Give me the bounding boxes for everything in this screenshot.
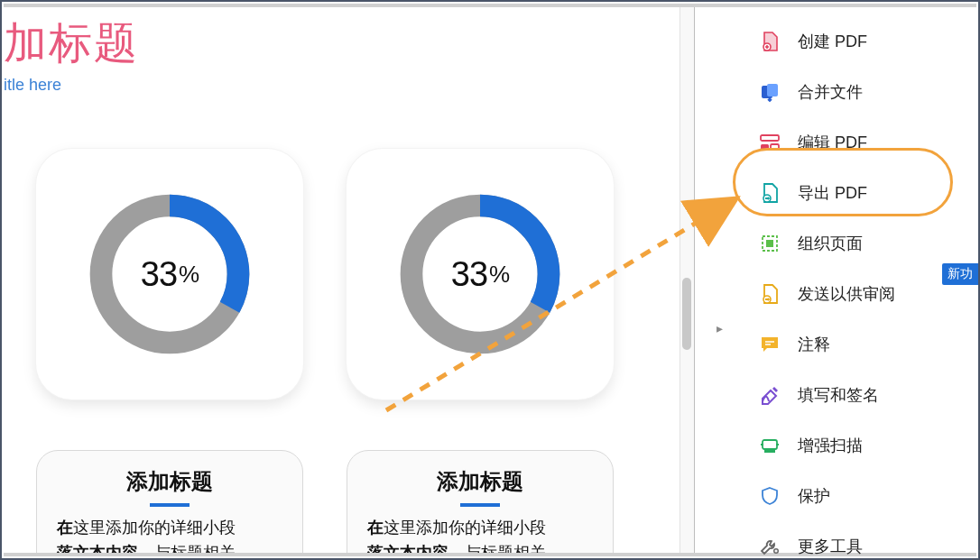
edit-pdf-icon xyxy=(758,131,781,154)
text-card: 添加标题 在这里添加你的详细小段 落文本内容，与标题相关 并符合整体语言风格，保 xyxy=(347,450,614,553)
enhance-scan-icon xyxy=(758,434,781,457)
tool-fill-sign[interactable]: 填写和签名 xyxy=(727,370,976,420)
create-pdf-icon xyxy=(758,30,781,53)
new-feature-badge[interactable]: 新功 xyxy=(942,263,978,285)
chevron-right-icon: ▸ xyxy=(717,321,723,335)
tool-label: 导出 PDF xyxy=(798,182,867,204)
donut-chart: 33% xyxy=(84,188,255,360)
document-viewport[interactable]: 加标题 itle here 33% xyxy=(2,7,695,553)
tool-label: 增强扫描 xyxy=(798,435,863,456)
tool-protect[interactable]: 保护 xyxy=(727,471,976,521)
tool-label: 合并文件 xyxy=(798,81,863,103)
export-pdf-icon xyxy=(758,181,781,205)
tools-panel: 创建 PDF 合并文件 编辑 PDF 导出 PDF 组织页面 xyxy=(727,7,976,553)
tool-send-review[interactable]: 发送以供审阅 xyxy=(727,269,976,319)
tool-enhance-scan[interactable]: 增强扫描 xyxy=(727,420,976,471)
organize-pages-icon xyxy=(758,232,781,255)
tool-label: 组织页面 xyxy=(798,233,863,254)
scrollbar-thumb[interactable] xyxy=(682,278,691,350)
donut-chart: 33% xyxy=(394,188,566,360)
send-review-icon xyxy=(758,282,781,306)
shield-icon xyxy=(758,484,781,508)
donut-unit: % xyxy=(489,261,509,289)
merge-files-icon xyxy=(758,80,781,104)
text-card-title: 添加标题 xyxy=(57,467,282,496)
text-card-body: 在这里添加你的详细小段 落文本内容，与标题相关 并符合整体语言风格，保 xyxy=(57,516,282,553)
comment-icon xyxy=(758,333,781,356)
tool-label: 保护 xyxy=(798,485,830,507)
tool-label: 填写和签名 xyxy=(798,384,879,406)
donut-value: 33 xyxy=(451,255,487,294)
donut-cards-row: 33% 33% xyxy=(2,149,695,399)
tool-label: 更多工具 xyxy=(798,536,863,557)
svg-rect-12 xyxy=(766,240,773,247)
text-cards-row: 添加标题 在这里添加你的详细小段 落文本内容，与标题相关 并符合整体语言风格，保… xyxy=(2,450,695,553)
donut-unit: % xyxy=(179,261,199,289)
svg-rect-6 xyxy=(767,84,778,96)
vertical-scrollbar[interactable] xyxy=(680,7,694,553)
document-page: 加标题 itle here 33% xyxy=(2,7,695,553)
donut-value: 33 xyxy=(141,255,177,294)
fill-sign-icon xyxy=(758,383,781,407)
svg-rect-7 xyxy=(761,135,779,141)
tool-create-pdf[interactable]: 创建 PDF xyxy=(727,16,976,67)
wrench-icon xyxy=(758,535,781,558)
title-underline xyxy=(150,503,190,507)
svg-rect-15 xyxy=(764,449,775,453)
tool-label: 创建 PDF xyxy=(798,31,867,52)
title-underline xyxy=(460,503,500,507)
tool-edit-pdf[interactable]: 编辑 PDF xyxy=(727,117,976,168)
tool-more[interactable]: 更多工具 xyxy=(727,521,976,560)
svg-rect-8 xyxy=(761,144,769,150)
tool-label: 编辑 PDF xyxy=(798,132,867,153)
svg-rect-9 xyxy=(771,144,779,150)
tool-export-pdf[interactable]: 导出 PDF xyxy=(727,168,976,218)
app-window: 加标题 itle here 33% xyxy=(0,0,980,560)
tool-label: 发送以供审阅 xyxy=(798,283,895,305)
text-card: 添加标题 在这里添加你的详细小段 落文本内容，与标题相关 并符合整体语言风格，保 xyxy=(36,450,303,553)
svg-rect-14 xyxy=(763,440,777,449)
panel-collapse-handle[interactable]: ▸ xyxy=(714,317,725,339)
tool-merge-files[interactable]: 合并文件 xyxy=(727,67,976,117)
donut-card: 33% xyxy=(347,149,614,399)
donut-card: 33% xyxy=(36,149,303,399)
text-card-body: 在这里添加你的详细小段 落文本内容，与标题相关 并符合整体语言风格，保 xyxy=(367,516,593,553)
tool-label: 注释 xyxy=(798,334,830,355)
tool-organize-pages[interactable]: 组织页面 xyxy=(727,218,976,269)
text-card-title: 添加标题 xyxy=(367,467,593,496)
page-subtitle: itle here xyxy=(2,76,695,95)
page-title: 加标题 xyxy=(2,7,695,76)
tool-comment[interactable]: 注释 xyxy=(727,319,976,370)
